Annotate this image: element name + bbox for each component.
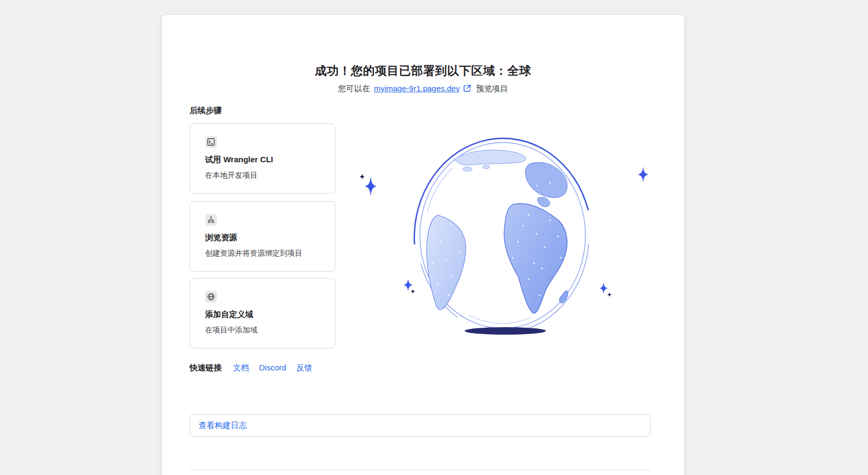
step-card-title: 试用 Wrangler CLI bbox=[205, 155, 322, 165]
view-build-log-button[interactable]: 查看构建日志 bbox=[190, 414, 651, 437]
step-card-wrangler-cli[interactable]: 试用 Wrangler CLI 在本地开发项目 bbox=[190, 123, 335, 194]
step-card-description: 在本地开发项目 bbox=[205, 171, 322, 180]
quick-link-docs[interactable]: 文档 bbox=[233, 363, 249, 373]
step-card-title: 添加自定义域 bbox=[205, 310, 322, 320]
preview-prefix: 您可以在 bbox=[338, 84, 370, 93]
preview-line: 您可以在 myimage-9r1.pages.dev 预览项目 bbox=[162, 84, 684, 94]
globe-shadow bbox=[465, 327, 546, 335]
quick-link-discord[interactable]: Discord bbox=[259, 363, 286, 372]
preview-url-link[interactable]: myimage-9r1.pages.dev bbox=[374, 84, 460, 93]
page-background: 成功！您的项目已部署到以下区域：全球 您可以在 myimage-9r1.page… bbox=[0, 0, 868, 475]
globe-illustration bbox=[353, 135, 652, 354]
step-card-title: 浏览资源 bbox=[205, 233, 322, 243]
quick-links-heading: 快速链接 bbox=[190, 363, 222, 373]
step-card-description: 在项目中添加域 bbox=[205, 326, 322, 335]
step-card-description: 创建资源并将资源绑定到项目 bbox=[205, 249, 322, 258]
next-steps-heading: 后续步骤 bbox=[190, 106, 222, 116]
preview-suffix: 预览项目 bbox=[476, 84, 508, 93]
view-build-log-label[interactable]: 查看构建日志 bbox=[199, 421, 247, 431]
deployment-success-card: 成功！您的项目已部署到以下区域：全球 您可以在 myimage-9r1.page… bbox=[162, 15, 684, 475]
quick-links-row: 快速链接 文档 Discord 反馈 bbox=[190, 363, 312, 373]
sparkle-icons bbox=[359, 167, 649, 297]
resources-tree-icon bbox=[205, 214, 217, 226]
section-divider bbox=[190, 470, 651, 470]
globe-icon bbox=[205, 291, 217, 303]
quick-link-feedback[interactable]: 反馈 bbox=[296, 363, 312, 373]
terminal-icon bbox=[205, 136, 217, 148]
external-link-icon[interactable] bbox=[463, 84, 471, 94]
page-title: 成功！您的项目已部署到以下区域：全球 bbox=[162, 63, 684, 79]
step-card-custom-domain[interactable]: 添加自定义域 在项目中添加域 bbox=[190, 278, 335, 349]
step-card-browse-resources[interactable]: 浏览资源 创建资源并将资源绑定到项目 bbox=[190, 201, 335, 272]
